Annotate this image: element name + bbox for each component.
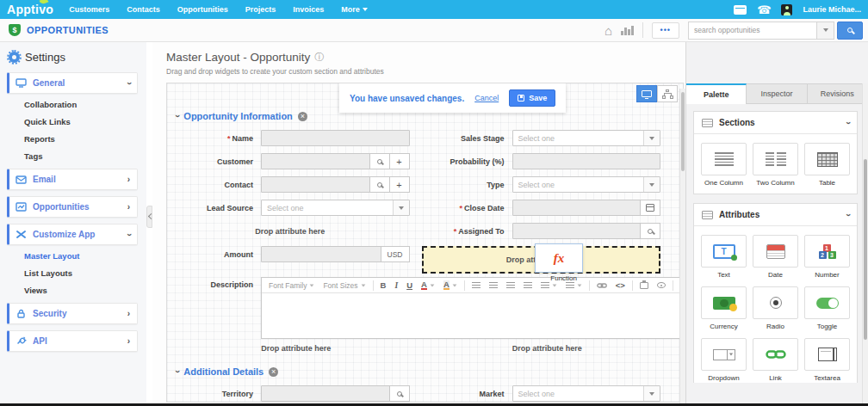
nav-customers[interactable]: Customers xyxy=(69,5,109,14)
search-scope-dropdown[interactable] xyxy=(817,22,834,40)
drop-target[interactable]: Drop attribute here xyxy=(422,344,673,353)
drop-target[interactable]: Drop attribute here xyxy=(170,223,410,239)
assigned-to-input[interactable] xyxy=(512,223,642,239)
tab-inspector[interactable]: Inspector xyxy=(747,83,807,104)
attributes-group-header[interactable]: Attributes › xyxy=(694,204,857,226)
description-textarea[interactable] xyxy=(262,293,684,338)
main-scrollbar[interactable] xyxy=(679,89,685,403)
numbered-list-button[interactable] xyxy=(562,281,586,290)
nav-invoices[interactable]: Invoices xyxy=(293,5,324,14)
customer-search-button[interactable] xyxy=(369,153,390,169)
section-one-column[interactable]: One Column xyxy=(701,143,747,187)
name-input[interactable] xyxy=(261,130,410,146)
print-button[interactable] xyxy=(636,281,652,290)
preview-button[interactable] xyxy=(654,281,669,289)
calendar-icon[interactable] xyxy=(734,5,747,15)
amount-input[interactable] xyxy=(261,246,381,262)
source-code-button[interactable]: <> xyxy=(612,280,629,291)
sidebar-item-master-layout[interactable]: Master Layout xyxy=(24,251,138,261)
sidebar-item-list-layouts[interactable]: List Layouts xyxy=(24,268,138,278)
function-widget-drag-ghost[interactable]: fx xyxy=(535,243,583,273)
align-center-button[interactable] xyxy=(486,281,501,290)
overflow-menu-button[interactable]: ••• xyxy=(652,22,679,39)
section-two-column[interactable]: Two Column xyxy=(753,143,798,187)
font-family-dropdown[interactable]: Font Family xyxy=(265,280,318,291)
align-justify-button[interactable] xyxy=(520,281,536,290)
sidebar-item-opportunities[interactable]: Opportunities › xyxy=(7,196,138,218)
user-menu[interactable]: Laurie Michae... xyxy=(803,5,861,14)
nav-contacts[interactable]: Contacts xyxy=(127,5,160,14)
nav-more[interactable]: More xyxy=(341,5,368,14)
save-button[interactable]: Save xyxy=(509,89,555,107)
drop-target[interactable]: Drop attribute here xyxy=(170,344,422,353)
tab-palette[interactable]: Palette xyxy=(686,83,747,104)
insert-link-button[interactable] xyxy=(593,281,611,290)
assigned-to-search-button[interactable] xyxy=(640,223,660,239)
remove-section-icon[interactable]: × xyxy=(269,367,278,377)
contact-add-button[interactable]: + xyxy=(389,176,410,193)
bullet-list-button[interactable] xyxy=(537,281,561,290)
search-input[interactable] xyxy=(688,22,817,40)
info-icon[interactable]: ⓘ xyxy=(314,51,324,64)
territory-search-button[interactable] xyxy=(389,385,410,402)
sidebar-item-api[interactable]: API › xyxy=(7,330,138,352)
tab-revisions[interactable]: Revisions xyxy=(808,83,868,104)
collapse-icon[interactable]: › xyxy=(173,114,182,117)
attribute-toggle[interactable]: Toggle xyxy=(804,286,850,330)
attribute-radio[interactable]: Radio xyxy=(753,286,798,330)
dashboard-chart-icon[interactable] xyxy=(621,26,634,35)
sidebar-item-email[interactable]: Email › xyxy=(7,169,138,190)
cancel-link[interactable]: Cancel xyxy=(474,94,499,102)
underline-button[interactable]: U xyxy=(403,280,416,291)
remove-section-icon[interactable]: × xyxy=(298,112,307,121)
align-left-button[interactable] xyxy=(468,281,484,290)
collapse-icon[interactable]: › xyxy=(173,370,182,372)
attribute-link[interactable]: Link xyxy=(753,338,798,382)
search-button[interactable] xyxy=(837,22,863,40)
sidebar-item-quick-links[interactable]: Quick Links xyxy=(24,117,138,126)
sitemap-view-button[interactable] xyxy=(657,85,678,102)
probability-input[interactable] xyxy=(512,153,661,169)
section-table[interactable]: Table xyxy=(804,143,850,187)
apptivo-logo[interactable]: Apptivo xyxy=(7,3,53,16)
desktop-view-button[interactable] xyxy=(636,85,657,102)
sales-stage-select[interactable]: Select one xyxy=(512,130,661,146)
active-drop-zone[interactable]: Drop attribute here fx Function xyxy=(422,246,661,274)
align-right-button[interactable] xyxy=(503,281,518,290)
close-date-input[interactable] xyxy=(512,200,642,216)
contact-input[interactable] xyxy=(261,176,370,193)
scrollbar-thumb[interactable] xyxy=(864,159,867,340)
sections-group-header[interactable]: Sections › xyxy=(694,112,857,134)
attribute-dropdown[interactable]: Dropdown xyxy=(701,338,747,382)
date-picker-button[interactable] xyxy=(640,200,660,216)
attribute-currency[interactable]: Currency xyxy=(701,286,747,330)
lead-source-select[interactable]: Select one xyxy=(261,200,410,216)
sidebar-item-tags[interactable]: Tags xyxy=(24,151,138,161)
bold-button[interactable]: B xyxy=(377,280,390,291)
font-sizes-dropdown[interactable]: Font Sizes xyxy=(319,280,369,291)
attribute-textarea[interactable]: Textarea xyxy=(804,338,850,382)
customer-input[interactable] xyxy=(261,153,370,169)
territory-input[interactable] xyxy=(261,385,390,402)
avatar[interactable] xyxy=(781,4,792,15)
palette-scrollbar[interactable] xyxy=(862,83,868,403)
market-select[interactable]: Select one xyxy=(512,385,661,402)
attribute-number[interactable]: 123Number xyxy=(804,235,850,279)
sidebar-item-general[interactable]: General › xyxy=(7,72,138,94)
scrollbar-thumb[interactable] xyxy=(681,92,685,171)
sidebar-item-customize-app[interactable]: Customize App › xyxy=(7,224,138,245)
type-select[interactable]: Select one xyxy=(512,176,661,193)
attribute-text[interactable]: TText xyxy=(701,235,747,279)
sidebar-item-views[interactable]: Views xyxy=(24,286,138,295)
attribute-date[interactable]: Date xyxy=(753,235,798,279)
customer-add-button[interactable]: + xyxy=(389,153,410,169)
text-color-button[interactable]: A xyxy=(418,280,438,292)
sidebar-item-reports[interactable]: Reports xyxy=(24,134,138,144)
phone-icon[interactable]: ☎ xyxy=(757,4,771,15)
sidebar-item-security[interactable]: Security › xyxy=(7,303,138,324)
nav-opportunities[interactable]: Opportunities xyxy=(177,5,228,14)
italic-button[interactable]: I xyxy=(391,280,401,291)
sidebar-item-collaboration[interactable]: Collaboration xyxy=(24,100,138,109)
contact-search-button[interactable] xyxy=(369,176,390,193)
sidebar-collapse-handle[interactable] xyxy=(146,206,152,228)
